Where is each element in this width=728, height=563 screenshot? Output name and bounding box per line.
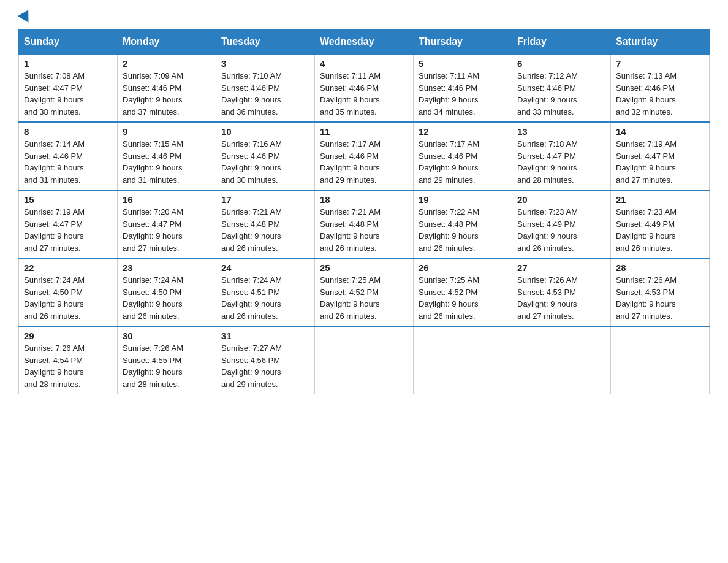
calendar-cell: 23Sunrise: 7:24 AMSunset: 4:50 PMDayligh… (118, 258, 216, 326)
calendar-cell: 30Sunrise: 7:26 AMSunset: 4:55 PMDayligh… (118, 326, 216, 394)
day-info: Sunrise: 7:08 AMSunset: 4:47 PMDaylight:… (24, 70, 112, 118)
calendar-week-row: 1Sunrise: 7:08 AMSunset: 4:47 PMDaylight… (19, 54, 710, 122)
day-number: 10 (221, 126, 309, 137)
day-number: 1 (24, 58, 112, 69)
calendar-cell: 1Sunrise: 7:08 AMSunset: 4:47 PMDaylight… (19, 54, 118, 122)
day-info: Sunrise: 7:10 AMSunset: 4:46 PMDaylight:… (221, 70, 309, 118)
day-info: Sunrise: 7:25 AMSunset: 4:52 PMDaylight:… (320, 274, 408, 322)
calendar-header-row: Sunday Monday Tuesday Wednesday Thursday… (19, 30, 710, 55)
day-number: 14 (616, 126, 704, 137)
day-info: Sunrise: 7:25 AMSunset: 4:52 PMDaylight:… (419, 274, 507, 322)
day-info: Sunrise: 7:12 AMSunset: 4:46 PMDaylight:… (517, 70, 605, 118)
day-number: 25 (320, 262, 408, 273)
calendar-cell: 16Sunrise: 7:20 AMSunset: 4:47 PMDayligh… (118, 190, 216, 258)
col-friday: Friday (512, 30, 611, 55)
calendar-cell: 25Sunrise: 7:25 AMSunset: 4:52 PMDayligh… (315, 258, 414, 326)
calendar-cell: 9Sunrise: 7:15 AMSunset: 4:46 PMDaylight… (118, 122, 216, 190)
day-info: Sunrise: 7:15 AMSunset: 4:46 PMDaylight:… (123, 138, 211, 186)
calendar-cell: 6Sunrise: 7:12 AMSunset: 4:46 PMDaylight… (512, 54, 611, 122)
day-number: 6 (517, 58, 605, 69)
calendar-cell: 3Sunrise: 7:10 AMSunset: 4:46 PMDaylight… (216, 54, 315, 122)
calendar-week-row: 8Sunrise: 7:14 AMSunset: 4:46 PMDaylight… (19, 122, 710, 190)
calendar-cell: 7Sunrise: 7:13 AMSunset: 4:46 PMDaylight… (611, 54, 710, 122)
day-info: Sunrise: 7:26 AMSunset: 4:55 PMDaylight:… (123, 342, 211, 390)
day-number: 7 (616, 58, 704, 69)
day-number: 19 (419, 194, 507, 205)
day-info: Sunrise: 7:19 AMSunset: 4:47 PMDaylight:… (616, 138, 704, 186)
calendar-cell: 21Sunrise: 7:23 AMSunset: 4:49 PMDayligh… (611, 190, 710, 258)
day-number: 24 (221, 262, 309, 273)
logo (18, 12, 32, 23)
day-info: Sunrise: 7:26 AMSunset: 4:54 PMDaylight:… (24, 342, 112, 390)
calendar-week-row: 15Sunrise: 7:19 AMSunset: 4:47 PMDayligh… (19, 190, 710, 258)
calendar-cell: 28Sunrise: 7:26 AMSunset: 4:53 PMDayligh… (611, 258, 710, 326)
day-info: Sunrise: 7:11 AMSunset: 4:46 PMDaylight:… (320, 70, 408, 118)
day-number: 29 (24, 331, 112, 341)
calendar-cell: 5Sunrise: 7:11 AMSunset: 4:46 PMDaylight… (414, 54, 512, 122)
day-info: Sunrise: 7:21 AMSunset: 4:48 PMDaylight:… (320, 206, 408, 254)
calendar-cell: 27Sunrise: 7:26 AMSunset: 4:53 PMDayligh… (512, 258, 611, 326)
day-info: Sunrise: 7:22 AMSunset: 4:48 PMDaylight:… (419, 206, 507, 254)
calendar-cell (611, 326, 710, 394)
day-number: 26 (419, 262, 507, 273)
calendar-cell (414, 326, 512, 394)
day-info: Sunrise: 7:18 AMSunset: 4:47 PMDaylight:… (517, 138, 605, 186)
day-info: Sunrise: 7:27 AMSunset: 4:56 PMDaylight:… (221, 342, 309, 390)
day-info: Sunrise: 7:24 AMSunset: 4:51 PMDaylight:… (221, 274, 309, 322)
calendar-cell: 24Sunrise: 7:24 AMSunset: 4:51 PMDayligh… (216, 258, 315, 326)
calendar-week-row: 29Sunrise: 7:26 AMSunset: 4:54 PMDayligh… (19, 326, 710, 394)
day-info: Sunrise: 7:19 AMSunset: 4:47 PMDaylight:… (24, 206, 112, 254)
day-info: Sunrise: 7:24 AMSunset: 4:50 PMDaylight:… (123, 274, 211, 322)
calendar-cell: 20Sunrise: 7:23 AMSunset: 4:49 PMDayligh… (512, 190, 611, 258)
calendar-cell: 4Sunrise: 7:11 AMSunset: 4:46 PMDaylight… (315, 54, 414, 122)
day-number: 12 (419, 126, 507, 137)
day-number: 17 (221, 194, 309, 205)
col-monday: Monday (118, 30, 216, 55)
day-number: 11 (320, 126, 408, 137)
day-number: 9 (123, 126, 211, 137)
day-info: Sunrise: 7:17 AMSunset: 4:46 PMDaylight:… (320, 138, 408, 186)
logo-blue-text (18, 12, 32, 23)
day-info: Sunrise: 7:13 AMSunset: 4:46 PMDaylight:… (616, 70, 704, 118)
calendar-cell: 26Sunrise: 7:25 AMSunset: 4:52 PMDayligh… (414, 258, 512, 326)
day-info: Sunrise: 7:21 AMSunset: 4:48 PMDaylight:… (221, 206, 309, 254)
calendar-cell: 10Sunrise: 7:16 AMSunset: 4:46 PMDayligh… (216, 122, 315, 190)
day-number: 27 (517, 262, 605, 273)
calendar-cell: 31Sunrise: 7:27 AMSunset: 4:56 PMDayligh… (216, 326, 315, 394)
calendar-cell (512, 326, 611, 394)
day-number: 23 (123, 262, 211, 273)
day-info: Sunrise: 7:17 AMSunset: 4:46 PMDaylight:… (419, 138, 507, 186)
calendar-cell: 8Sunrise: 7:14 AMSunset: 4:46 PMDaylight… (19, 122, 118, 190)
day-info: Sunrise: 7:11 AMSunset: 4:46 PMDaylight:… (419, 70, 507, 118)
day-info: Sunrise: 7:09 AMSunset: 4:46 PMDaylight:… (123, 70, 211, 118)
day-number: 30 (123, 331, 211, 341)
calendar-cell: 18Sunrise: 7:21 AMSunset: 4:48 PMDayligh… (315, 190, 414, 258)
day-info: Sunrise: 7:23 AMSunset: 4:49 PMDaylight:… (616, 206, 704, 254)
day-number: 15 (24, 194, 112, 205)
calendar-cell: 17Sunrise: 7:21 AMSunset: 4:48 PMDayligh… (216, 190, 315, 258)
calendar-cell (315, 326, 414, 394)
col-saturday: Saturday (611, 30, 710, 55)
calendar-cell: 15Sunrise: 7:19 AMSunset: 4:47 PMDayligh… (19, 190, 118, 258)
day-number: 18 (320, 194, 408, 205)
day-info: Sunrise: 7:14 AMSunset: 4:46 PMDaylight:… (24, 138, 112, 186)
calendar-week-row: 22Sunrise: 7:24 AMSunset: 4:50 PMDayligh… (19, 258, 710, 326)
calendar-cell: 19Sunrise: 7:22 AMSunset: 4:48 PMDayligh… (414, 190, 512, 258)
day-number: 21 (616, 194, 704, 205)
day-number: 16 (123, 194, 211, 205)
day-number: 2 (123, 58, 211, 69)
day-number: 4 (320, 58, 408, 69)
day-number: 3 (221, 58, 309, 69)
calendar-cell: 12Sunrise: 7:17 AMSunset: 4:46 PMDayligh… (414, 122, 512, 190)
calendar-cell: 2Sunrise: 7:09 AMSunset: 4:46 PMDaylight… (118, 54, 216, 122)
day-info: Sunrise: 7:23 AMSunset: 4:49 PMDaylight:… (517, 206, 605, 254)
day-info: Sunrise: 7:16 AMSunset: 4:46 PMDaylight:… (221, 138, 309, 186)
col-thursday: Thursday (414, 30, 512, 55)
day-number: 13 (517, 126, 605, 137)
day-number: 22 (24, 262, 112, 273)
calendar-cell: 13Sunrise: 7:18 AMSunset: 4:47 PMDayligh… (512, 122, 611, 190)
day-number: 28 (616, 262, 704, 273)
logo-triangle-icon (18, 10, 34, 26)
calendar-cell: 29Sunrise: 7:26 AMSunset: 4:54 PMDayligh… (19, 326, 118, 394)
calendar-cell: 14Sunrise: 7:19 AMSunset: 4:47 PMDayligh… (611, 122, 710, 190)
